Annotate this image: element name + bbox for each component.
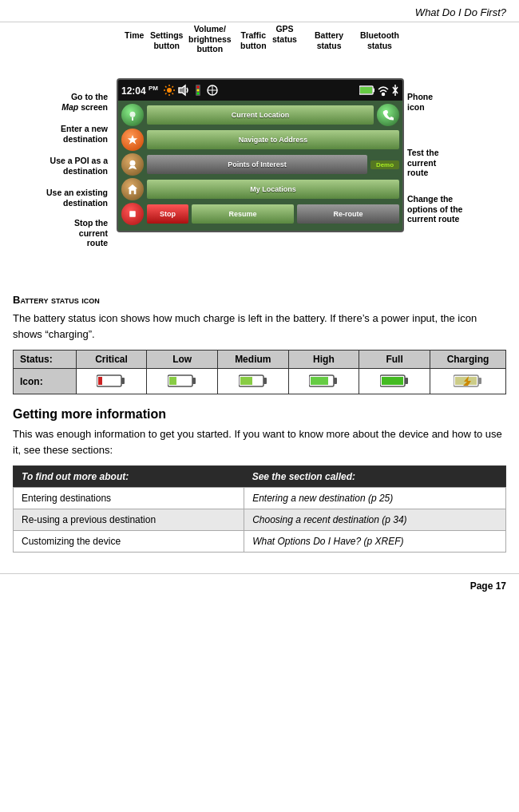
battery-header-row: Status: Critical Low Medium High Full Ch… xyxy=(14,351,506,369)
svg-point-13 xyxy=(130,112,136,117)
svg-rect-15 xyxy=(129,211,136,217)
info-row-3-col2: What Options Do I Have? (p XREF) xyxy=(244,531,506,553)
svg-rect-18 xyxy=(98,377,102,385)
critical-header: Critical xyxy=(76,351,147,369)
charging-header: Charging xyxy=(430,351,505,369)
current-location-icon xyxy=(121,104,144,126)
my-locations-bar[interactable]: My Locations xyxy=(147,180,399,199)
navigate-address-bar[interactable]: Navigate to Address xyxy=(147,130,399,149)
svg-point-12 xyxy=(382,93,385,96)
traffic-icon xyxy=(192,84,204,97)
page-header: What Do I Do First? xyxy=(0,0,519,22)
high-header: High xyxy=(288,351,359,369)
battery-icon-medium xyxy=(217,369,288,394)
info-row-2: Re-using a previous destination Choosing… xyxy=(14,509,506,531)
info-table-header-row: To find out more about: See the section … xyxy=(14,466,506,488)
svg-rect-21 xyxy=(169,377,176,385)
page-number: Page 17 xyxy=(470,580,506,592)
label-settings-button: Settingsbutton xyxy=(150,30,183,50)
col2-header: See the section called: xyxy=(244,466,506,488)
svg-rect-17 xyxy=(121,378,125,384)
device-screen: 12:04 PM xyxy=(117,78,404,232)
navigate-address-icon xyxy=(121,129,144,151)
battery-icon-full xyxy=(359,369,430,394)
col1-header: To find out more about: xyxy=(14,466,244,488)
nav-row-2: Navigate to Address xyxy=(121,129,399,151)
diagram-container: 12:04 PM xyxy=(13,30,506,286)
label-change-options: Change theoptions of thecurrent route xyxy=(407,194,462,224)
battery-icon-low xyxy=(147,369,218,394)
svg-point-5 xyxy=(197,93,200,95)
icon-label: Icon: xyxy=(14,369,77,394)
battery-icon-charging xyxy=(430,369,505,394)
label-phone-icon: Phoneicon xyxy=(407,92,433,112)
medium-header: Medium xyxy=(217,351,288,369)
current-location-bar[interactable]: Current Location xyxy=(147,105,374,125)
info-section: Getting more information This was enough… xyxy=(13,407,506,553)
main-content: 12:04 PM xyxy=(0,22,519,573)
info-row-1-col1: Entering destinations xyxy=(14,488,244,509)
label-battery-status-top: Batterystatus xyxy=(315,30,343,50)
label-gps-status: GPSstatus xyxy=(272,24,297,44)
svg-rect-10 xyxy=(373,89,374,93)
label-volume-button: Volume/brightnessbutton xyxy=(188,24,232,54)
battery-section-title: Battery status icon xyxy=(13,294,506,306)
stop-icon-btn xyxy=(121,203,144,225)
stop-bar[interactable]: Stop xyxy=(147,204,188,224)
svg-rect-27 xyxy=(311,377,328,385)
label-use-existing: Use an existingdestination xyxy=(46,188,108,208)
svg-point-14 xyxy=(130,160,136,166)
svg-rect-32 xyxy=(478,378,481,384)
svg-marker-1 xyxy=(179,85,185,95)
label-time: Time xyxy=(125,30,144,41)
info-section-body: This was enough information to get you s… xyxy=(13,426,506,457)
label-bluetooth-status: Bluetoothstatus xyxy=(360,30,399,50)
device-statusbar: 12:04 PM xyxy=(118,80,402,101)
info-row-1: Entering destinations Entering a new des… xyxy=(14,488,506,509)
stop-row: Stop Resume Re-route xyxy=(121,203,399,225)
low-header: Low xyxy=(147,351,218,369)
resume-bar[interactable]: Resume xyxy=(192,204,294,224)
battery-status-icon xyxy=(359,85,375,95)
info-row-3: Customizing the device What Options Do I… xyxy=(14,531,506,553)
nav-row-1: Current Location xyxy=(121,104,399,126)
poi-icon xyxy=(121,153,144,176)
volume-icon xyxy=(177,84,190,97)
info-row-2-col2: Choosing a recent destination (p 34) xyxy=(244,509,506,531)
header-title: What Do I Do First? xyxy=(415,6,506,18)
poi-bar[interactable]: Points of Interest xyxy=(147,155,367,174)
status-header: Status: xyxy=(14,351,77,369)
my-locations-icon xyxy=(121,178,144,200)
label-test-route: Test thecurrentroute xyxy=(407,148,438,178)
svg-rect-20 xyxy=(192,378,196,384)
label-stop-route: Stop thecurrentroute xyxy=(74,218,108,248)
settings-icon xyxy=(163,84,176,97)
info-row-1-col2: Entering a new destination (p 25) xyxy=(244,488,506,509)
gps-icon xyxy=(206,84,219,97)
wifi-icon xyxy=(377,84,390,97)
svg-rect-24 xyxy=(240,377,252,385)
page-footer: Page 17 xyxy=(0,573,519,598)
phone-icon-btn xyxy=(377,104,399,126)
svg-rect-11 xyxy=(360,87,372,93)
svg-point-4 xyxy=(197,89,200,92)
bluetooth-icon xyxy=(391,84,399,97)
battery-icon-high xyxy=(288,369,359,394)
device-nav-area: Current Location Navigate to Address xyxy=(118,101,402,231)
top-labels: Time Settingsbutton Volume/brightnessbut… xyxy=(117,30,404,77)
info-row-3-col1: Customizing the device xyxy=(14,531,244,553)
info-row-2-col1: Re-using a previous destination xyxy=(14,509,244,531)
battery-section-body: The battery status icon shows how much c… xyxy=(13,311,506,342)
battery-section: Battery status icon The battery status i… xyxy=(13,294,506,394)
time-display: 12:04 PM xyxy=(121,85,158,97)
svg-rect-30 xyxy=(382,377,403,385)
svg-rect-23 xyxy=(263,378,267,384)
svg-rect-26 xyxy=(334,378,337,384)
info-section-heading: Getting more information xyxy=(13,407,506,422)
demo-tag: Demo xyxy=(370,160,399,169)
reroute-bar[interactable]: Re-route xyxy=(297,204,399,224)
nav-row-4: My Locations xyxy=(121,178,399,200)
battery-icon-critical xyxy=(76,369,147,394)
label-traffic-button: Trafficbutton xyxy=(240,30,267,50)
svg-rect-29 xyxy=(405,378,408,384)
